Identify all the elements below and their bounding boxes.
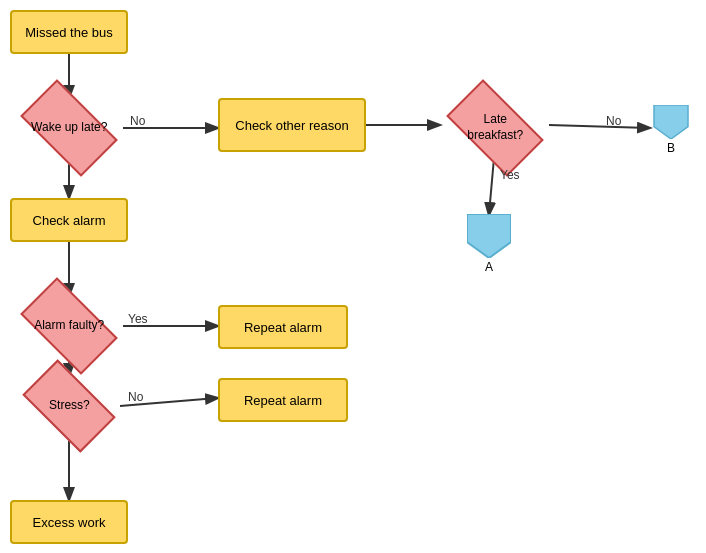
terminal-b: B bbox=[649, 105, 693, 155]
yes-label-1: Yes bbox=[500, 168, 520, 182]
check-other-reason-node: Check other reason bbox=[218, 98, 366, 152]
repeat-alarm-1-label: Repeat alarm bbox=[244, 320, 322, 335]
check-alarm-label: Check alarm bbox=[33, 213, 106, 228]
svg-line-4 bbox=[489, 158, 494, 214]
terminal-a-shape bbox=[467, 214, 511, 258]
alarm-faulty-node: Alarm faulty? bbox=[20, 277, 118, 375]
missed-bus-node: Missed the bus bbox=[10, 10, 128, 54]
repeat-alarm-2-label: Repeat alarm bbox=[244, 393, 322, 408]
stress-label: Stress? bbox=[49, 398, 90, 414]
svg-line-3 bbox=[549, 125, 649, 128]
late-breakfast-node: Late breakfast? bbox=[446, 79, 544, 177]
flowchart: Missed the bus Wake up late? No Check ot… bbox=[0, 0, 706, 553]
late-breakfast-label: Late breakfast? bbox=[454, 112, 536, 143]
repeat-alarm-2-node: Repeat alarm bbox=[218, 378, 348, 422]
missed-bus-label: Missed the bus bbox=[25, 25, 112, 40]
yes-label-2: Yes bbox=[128, 312, 148, 326]
no-label-2: No bbox=[606, 114, 621, 128]
terminal-b-label: B bbox=[667, 141, 675, 155]
check-alarm-node: Check alarm bbox=[10, 198, 128, 242]
alarm-faulty-label: Alarm faulty? bbox=[34, 318, 104, 334]
stress-node: Stress? bbox=[22, 359, 115, 452]
arrows-svg bbox=[0, 0, 706, 553]
excess-work-node: Excess work bbox=[10, 500, 128, 544]
check-other-reason-label: Check other reason bbox=[235, 118, 348, 133]
wake-up-late-label: Wake up late? bbox=[31, 120, 107, 136]
no-label-1: No bbox=[130, 114, 145, 128]
excess-work-label: Excess work bbox=[33, 515, 106, 530]
wake-up-late-node: Wake up late? bbox=[20, 79, 118, 177]
terminal-a: A bbox=[467, 214, 511, 274]
svg-marker-11 bbox=[654, 105, 688, 139]
no-label-3: No bbox=[128, 390, 143, 404]
svg-marker-12 bbox=[467, 214, 511, 258]
terminal-b-shape bbox=[649, 105, 693, 139]
terminal-a-label: A bbox=[485, 260, 493, 274]
repeat-alarm-1-node: Repeat alarm bbox=[218, 305, 348, 349]
